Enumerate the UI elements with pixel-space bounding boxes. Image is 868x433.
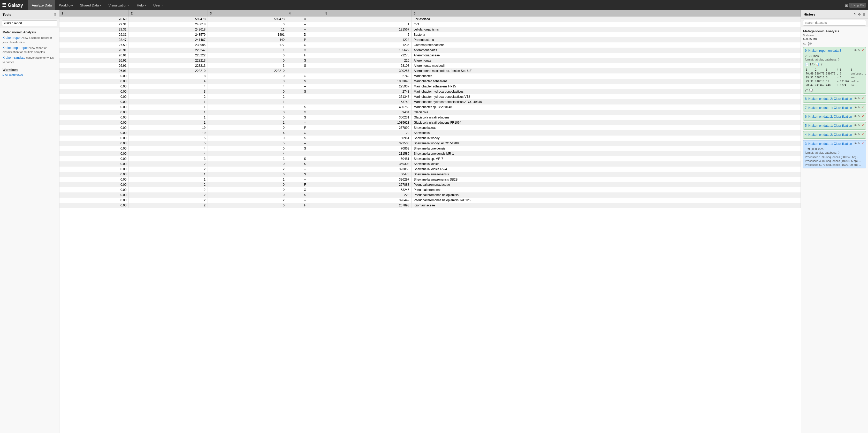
col-header-4: 4: [287, 10, 323, 17]
history-refresh-icon[interactable]: ↻: [854, 12, 856, 16]
table-cell: 0: [208, 110, 287, 115]
apps-icon[interactable]: ⊞: [845, 3, 848, 8]
dataset-action-icon-0[interactable]: 📄: [805, 63, 809, 66]
history-columns-icon[interactable]: ⊞: [863, 12, 865, 16]
delete-icon[interactable]: ✕: [862, 115, 864, 118]
dataset-item-actions: 👁✎✕: [854, 49, 864, 52]
kraken-translate-link[interactable]: Kraken-translate: [3, 56, 25, 59]
edit-icon[interactable]: ✎: [858, 106, 861, 109]
dataset-item-title[interactable]: 9: Kraken-report on data 3: [805, 49, 854, 53]
brand[interactable]: ☰ Galaxy: [2, 2, 23, 8]
table-cell: 228: [323, 193, 411, 198]
edit-icon[interactable]: ✎: [858, 97, 861, 100]
dataset-detail: Processed 1993 sequences (500243 bp) ...…: [803, 155, 866, 168]
view-icon[interactable]: 👁: [854, 49, 857, 52]
tools-content: Metagenomic Analysis Kraken-report view …: [0, 28, 59, 433]
table-cell: 4: [129, 79, 208, 84]
table-cell: 0.00: [59, 99, 129, 105]
table-cell: 60478: [323, 172, 411, 177]
edit-icon[interactable]: ✎: [858, 142, 861, 145]
dataset-action-icon-3[interactable]: 📊: [816, 63, 820, 66]
table-cell: 267888: [323, 182, 411, 187]
table-row: 26.912282130G226Alteromonas: [59, 58, 801, 63]
table-cell: 4: [129, 151, 208, 156]
table-cell: G: [287, 131, 323, 136]
delete-icon[interactable]: ✕: [862, 142, 864, 145]
delete-icon[interactable]: ✕: [862, 49, 864, 52]
nav-help[interactable]: Help ▾: [133, 0, 150, 10]
all-workflows-link[interactable]: ▸ All workflows: [3, 73, 57, 77]
table-cell: 351348: [323, 94, 411, 99]
nav-visualization[interactable]: Visualization ▾: [105, 0, 133, 10]
table-row: 0.0044–225937Marinobacter adhaerens HP15: [59, 84, 801, 89]
table-cell: Glaciecola nitratireducens: [411, 115, 801, 120]
history-tag-icon[interactable]: 🏷: [803, 42, 806, 46]
col-header-6: 6: [411, 10, 801, 17]
visualization-caret: ▾: [128, 4, 129, 6]
usage-badge: Using 1%: [849, 3, 866, 7]
kraken-mpa-report-link[interactable]: Kraken-mpa-report: [3, 46, 29, 50]
dataset-item-title[interactable]: 8: Kraken on data 2: Classification: [805, 97, 854, 101]
table-cell: Bacteria: [411, 32, 801, 37]
table-cell: Shewanella woodyi: [411, 136, 801, 141]
nav-workflow[interactable]: Workflow: [55, 0, 76, 10]
tools-panel: Tools ⬆ Metagenomic Analysis Kraken-repo…: [0, 10, 59, 433]
table-cell: –: [287, 141, 323, 146]
metagenomic-analysis-title[interactable]: Metagenomic Analysis: [3, 31, 57, 34]
dataset-action-icon-1[interactable]: ℹ: [810, 63, 811, 66]
dataset-item-title[interactable]: 6: Kraken on data 2: Classification: [805, 115, 854, 119]
history-settings-icon[interactable]: ⚙: [858, 12, 861, 16]
dataset-action-icon-2[interactable]: ↻: [812, 63, 815, 66]
comment-icon[interactable]: 💬: [809, 89, 813, 92]
edit-icon[interactable]: ✎: [858, 133, 861, 136]
dataset-item-title[interactable]: 7: Kraken on data 1: Classification: [805, 106, 854, 110]
edit-icon[interactable]: ✎: [858, 49, 861, 52]
nav-user[interactable]: User ▾: [150, 0, 166, 10]
dataset-item-title[interactable]: 5: Kraken on data 1: Classification: [805, 124, 854, 128]
table-cell: root: [411, 22, 801, 27]
tools-search-input[interactable]: [2, 21, 57, 26]
history-comment-icon[interactable]: 💬: [808, 42, 812, 46]
table-cell: 228247: [129, 48, 208, 53]
table-cell: –: [287, 99, 323, 105]
table-cell: –: [287, 198, 323, 203]
view-icon[interactable]: 👁: [854, 97, 857, 100]
table-cell: 392500: [323, 141, 411, 146]
edit-icon[interactable]: ✎: [858, 115, 861, 118]
dataset-item-actions: 👁✎✕: [854, 97, 864, 100]
table-cell: 0.00: [59, 187, 129, 193]
tag-icon[interactable]: 🏷: [805, 89, 808, 92]
delete-icon[interactable]: ✕: [862, 133, 864, 136]
delete-icon[interactable]: ✕: [862, 124, 864, 127]
table-cell: 5: [129, 141, 208, 146]
history-search-box: [801, 19, 868, 27]
delete-icon[interactable]: ✕: [862, 97, 864, 100]
nav-shared-data[interactable]: Shared Data ▾: [76, 0, 105, 10]
kraken-report-link[interactable]: Kraken-report: [3, 36, 22, 39]
nav-analyze-data[interactable]: Analyze Data: [28, 0, 55, 10]
view-icon[interactable]: 👁: [854, 115, 857, 118]
dataset-item-title[interactable]: 4: Kraken on data 2: Classification: [805, 133, 854, 137]
delete-icon[interactable]: ✕: [862, 106, 864, 109]
dataset-action-icon-4[interactable]: ?: [821, 63, 823, 66]
table-cell: Shewanella loihica: [411, 162, 801, 167]
table-cell: Alteromonas: [411, 58, 801, 63]
view-icon[interactable]: 👁: [854, 133, 857, 136]
view-icon[interactable]: 👁: [854, 142, 857, 145]
view-icon[interactable]: 👁: [854, 124, 857, 127]
dataset-item: 9: Kraken-report on data 3👁✎✕2,126 lines…: [803, 47, 866, 94]
table-cell: 22: [323, 131, 411, 136]
edit-icon[interactable]: ✎: [858, 124, 861, 127]
table-row: 0.0020F267888Pseudoalteromonadaceae: [59, 182, 801, 187]
dataset-item-title[interactable]: 3: Kraken on data 1: Classification: [805, 142, 854, 146]
table-row: 28.47241467440P1224Proteobacteria: [59, 37, 801, 42]
table-cell: U: [287, 17, 323, 22]
history-search-input[interactable]: [803, 20, 866, 26]
upload-icon[interactable]: ⬆: [54, 12, 57, 17]
history-datasets: 9: Kraken-report on data 3👁✎✕2,126 lines…: [803, 47, 866, 168]
table-cell: 0: [208, 203, 287, 208]
table-row: 0.0020F267893Idiomarinaceae: [59, 203, 801, 208]
table-cell: 4: [208, 151, 287, 156]
table-row: 0.0020S359303Shewanella loihica: [59, 162, 801, 167]
view-icon[interactable]: 👁: [854, 106, 857, 109]
